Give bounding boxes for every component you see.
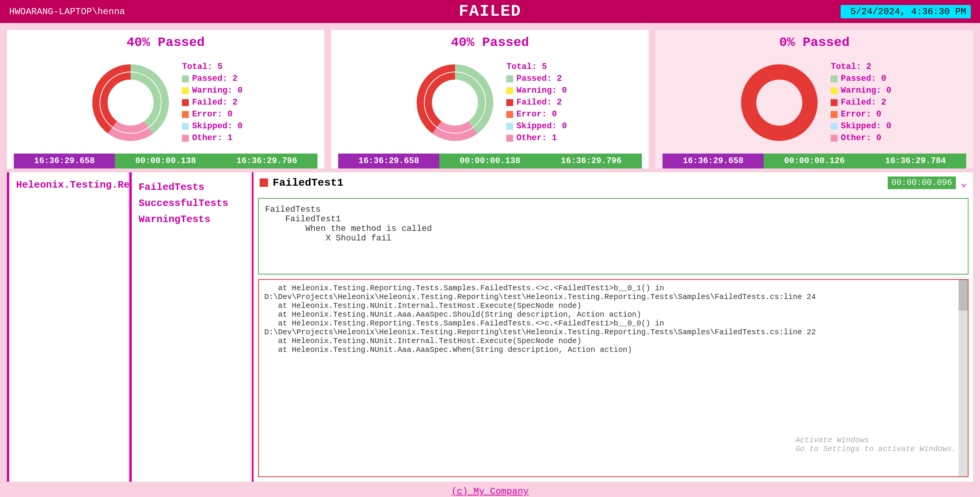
- legend-failed-1: Failed: 2: [182, 98, 242, 107]
- legend-other-1: Other: 1: [182, 133, 242, 143]
- legend-error-2: Error: 0: [506, 110, 567, 119]
- chart2-time-start: 16:36:29.658: [338, 154, 439, 168]
- chart2-skipped: Skipped: 0: [516, 121, 567, 131]
- chart1-donut: [88, 60, 173, 145]
- chart2-svg: [413, 60, 497, 145]
- chart3-svg: [737, 60, 821, 145]
- expand-button[interactable]: ⌄: [960, 176, 967, 189]
- legend-warning-1: Warning: 0: [182, 86, 242, 95]
- chart3-error: Error: 0: [841, 110, 881, 119]
- skipped-dot-2: [506, 123, 513, 130]
- page-title: FAILED: [139, 2, 841, 21]
- suite-item-warning[interactable]: WarningTests: [139, 211, 244, 227]
- chart3-time-start: 16:36:29.658: [663, 154, 764, 168]
- legend-skipped-2: Skipped: 0: [506, 121, 567, 131]
- passed-dot-2: [506, 75, 513, 82]
- datetime-label: 5/24/2024, 4:36:30 PM: [841, 5, 971, 18]
- chart3-body: Total: 2 Passed: 0 Warning: 0 Failed: 2 …: [737, 54, 891, 150]
- chart1-passed: Passed: 2: [192, 74, 237, 83]
- failed-dot-2: [506, 99, 513, 106]
- mid-panel: FailedTests SuccessfulTests WarningTests: [129, 172, 250, 482]
- chart1-warning: Warning: 0: [192, 86, 242, 95]
- warning-dot-1: [182, 87, 189, 94]
- test-header: FailedTest1 00:00:00.096 ⌄: [254, 172, 973, 193]
- legend-warning-2: Warning: 0: [506, 86, 567, 95]
- legend-passed-3: Passed: 0: [831, 74, 891, 83]
- chart1-time-end: 16:36:29.796: [216, 154, 317, 168]
- chart2-passed: Passed: 2: [516, 74, 562, 83]
- stack-trace-text: at Heleonix.Testing.Reporting.Tests.Samp…: [264, 284, 962, 354]
- test-duration: 00:00:00.096: [888, 177, 956, 189]
- chart3-time-end: 16:36:29.784: [865, 154, 966, 168]
- charts-row: 40% Passed Total: 5 P: [0, 23, 980, 168]
- chart2-other: Other: 1: [516, 133, 557, 143]
- chart1-time-dur: 00:00:00.138: [115, 154, 216, 168]
- test-output-text: FailedTests FailedTest1 When the method …: [265, 205, 962, 243]
- other-dot-2: [506, 135, 513, 142]
- chart3-title: 0% Passed: [779, 35, 850, 50]
- legend-passed-2: Passed: 2: [506, 74, 567, 83]
- warning-dot-3: [831, 87, 838, 94]
- chart1-skipped: Skipped: 0: [192, 121, 242, 131]
- chart1-legend: Total: 5 Passed: 2 Warning: 0 Failed: 2 …: [182, 62, 242, 143]
- left-panel: Heleonix.Testing.Reporting.Tests: [7, 172, 128, 482]
- other-dot-1: [182, 135, 189, 142]
- chart2-title: 40% Passed: [451, 35, 529, 50]
- failed-dot-1: [182, 99, 189, 106]
- skipped-dot-1: [182, 123, 189, 130]
- svg-point-8: [749, 72, 810, 133]
- legend-total-2: Total: 5: [506, 62, 567, 72]
- chart-card-2: 40% Passed Total: 5 Passed: 2: [331, 30, 649, 168]
- chart1-body: Total: 5 Passed: 2 Warning: 0 Failed: 2 …: [88, 54, 242, 150]
- legend-error-3: Error: 0: [831, 110, 891, 119]
- legend-other-3: Other: 0: [831, 133, 891, 143]
- chart1-failed: Failed: 2: [192, 98, 237, 107]
- test-output: FailedTests FailedTest1 When the method …: [258, 198, 969, 275]
- stack-trace: at Heleonix.Testing.Reporting.Tests.Samp…: [258, 279, 969, 477]
- chart-card-3: 0% Passed Total: 2 Passed: 0 Warning:: [656, 30, 973, 168]
- chart-card-1: 40% Passed Total: 5 P: [7, 30, 324, 168]
- legend-other-2: Other: 1: [506, 133, 567, 143]
- legend-failed-2: Failed: 2: [506, 98, 567, 107]
- chart1-error: Error: 0: [192, 110, 232, 119]
- other-dot-3: [831, 135, 838, 142]
- chart3-total: Total: 2: [831, 62, 871, 72]
- legend-total-1: Total: 5: [182, 62, 242, 72]
- chart2-footer: 16:36:29.658 00:00:00.138 16:36:29.796: [338, 154, 642, 168]
- failed-dot-3: [831, 99, 838, 106]
- chart2-error: Error: 0: [516, 110, 557, 119]
- legend-failed-3: Failed: 2: [831, 98, 891, 107]
- chart1-svg: [88, 60, 173, 145]
- chart3-warning: Warning: 0: [841, 86, 891, 95]
- activate-windows-watermark: Activate WindowsGo to Settings to activa…: [795, 436, 956, 453]
- test-name: FailedTest1: [273, 177, 883, 189]
- header: HWOARANG-LAPTOP\henna FAILED 5/24/2024, …: [0, 0, 980, 23]
- passed-dot-1: [182, 75, 189, 82]
- chart3-failed: Failed: 2: [841, 98, 886, 107]
- chart2-time-end: 16:36:29.796: [541, 154, 642, 168]
- chart3-time-dur: 00:00:00.126: [764, 154, 865, 168]
- chart2-body: Total: 5 Passed: 2 Warning: 0 Failed: 2 …: [413, 54, 567, 150]
- suite-item-failed[interactable]: FailedTests: [139, 179, 244, 195]
- suite-item-successful[interactable]: SuccessfulTests: [139, 195, 244, 211]
- legend-error-1: Error: 0: [182, 110, 242, 119]
- footer-link[interactable]: (c) My Company: [452, 486, 529, 497]
- scrollbar-thumb[interactable]: [959, 280, 968, 311]
- warning-dot-2: [506, 87, 513, 94]
- scrollbar-track[interactable]: [959, 280, 968, 476]
- chart2-donut: [413, 60, 497, 145]
- chart1-time-start: 16:36:29.658: [14, 154, 115, 168]
- chart2-total: Total: 5: [506, 62, 547, 72]
- chart3-skipped: Skipped: 0: [841, 121, 891, 131]
- chart1-other: Other: 1: [192, 133, 232, 143]
- legend-passed-1: Passed: 2: [182, 74, 242, 83]
- chart3-legend: Total: 2 Passed: 0 Warning: 0 Failed: 2 …: [831, 62, 891, 143]
- test-status-dot: [260, 178, 268, 187]
- error-dot-2: [506, 111, 513, 118]
- main-area: Heleonix.Testing.Reporting.Tests FailedT…: [0, 172, 980, 482]
- machine-label: HWOARANG-LAPTOP\henna: [9, 7, 139, 17]
- passed-dot-3: [831, 75, 838, 82]
- chart3-footer: 16:36:29.658 00:00:00.126 16:36:29.784: [663, 154, 966, 168]
- right-panel: FailedTest1 00:00:00.096 ⌄ FailedTests F…: [252, 172, 973, 482]
- chart1-footer: 16:36:29.658 00:00:00.138 16:36:29.796: [14, 154, 317, 168]
